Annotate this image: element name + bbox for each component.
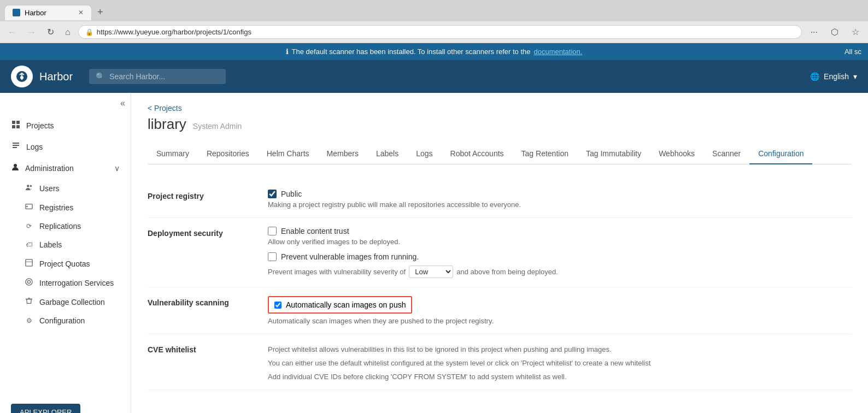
logs-icon — [11, 141, 21, 152]
project-registry-label: Project registry — [148, 190, 268, 200]
sidebar-administration-section[interactable]: Administration ∨ — [0, 157, 131, 179]
browser-tab-harbor[interactable]: Harbor ✕ — [4, 5, 92, 20]
auto-scan-checkbox[interactable] — [274, 302, 281, 309]
public-checkbox-row: Public — [268, 190, 852, 198]
public-description: Making a project registry public will ma… — [268, 200, 852, 209]
severity-dropdown[interactable]: Low Medium High Critical — [409, 266, 453, 278]
banner-text: The default scanner has been installed. … — [292, 48, 531, 56]
tab-summary[interactable]: Summary — [148, 144, 198, 164]
tab-robot-accounts[interactable]: Robot Accounts — [442, 144, 513, 164]
auto-scan-highlighted-container: Automatically scan images on push — [268, 296, 412, 314]
browser-chrome: Harbor ✕ + ← → ↻ ⌂ 🔒 https://www.lyueyue… — [0, 0, 868, 43]
interrogation-icon — [24, 278, 34, 287]
svg-point-11 — [30, 185, 32, 187]
public-checkbox[interactable] — [268, 190, 277, 198]
info-icon: ℹ — [286, 48, 289, 56]
content-trust-checkbox[interactable] — [268, 227, 277, 235]
svg-rect-5 — [16, 125, 20, 128]
header-language-selector[interactable]: 🌐 English ▾ — [810, 72, 857, 81]
svg-rect-4 — [12, 125, 15, 128]
tab-close-button[interactable]: ✕ — [78, 9, 84, 16]
svg-rect-7 — [13, 145, 19, 146]
replications-icon: ⟳ — [24, 222, 34, 230]
sidebar-item-projects[interactable]: Projects — [0, 115, 131, 136]
main-layout: « Projects Logs Administration ∨ — [0, 93, 868, 413]
sidebar-item-interrogation-services[interactable]: Interrogation Services — [0, 273, 131, 292]
forward-button[interactable]: → — [24, 25, 39, 39]
cve-desc-2: You can either use the default whitelist… — [268, 359, 852, 367]
all-sc-button[interactable]: All sc — [838, 43, 868, 60]
tab-webhooks[interactable]: Webhooks — [650, 144, 703, 164]
tab-members[interactable]: Members — [318, 144, 367, 164]
cve-whitelist-content: Project whitelist allows vulnerabilities… — [268, 343, 852, 381]
tab-labels[interactable]: Labels — [367, 144, 407, 164]
prevent-checkbox[interactable] — [268, 252, 277, 261]
prevent-desc-suffix: and above from being deployed. — [456, 268, 558, 276]
browser-menu-button[interactable]: ··· — [806, 25, 822, 39]
documentation-link[interactable]: documentation. — [534, 48, 583, 56]
administration-expand-icon: ∨ — [114, 164, 120, 173]
sidebar: « Projects Logs Administration ∨ — [0, 93, 131, 413]
harbor-logo-icon — [11, 66, 33, 87]
header-search[interactable]: 🔍 — [89, 69, 226, 84]
config-row-project-registry: Project registry Public Making a project… — [148, 181, 852, 218]
administration-label: Administration — [25, 164, 74, 173]
svg-rect-2 — [12, 121, 15, 124]
app-title: Harbor — [39, 70, 73, 83]
sidebar-nav: Projects Logs Administration ∨ Users — [0, 93, 131, 330]
pocket-button[interactable]: ⬡ — [826, 25, 843, 39]
svg-point-13 — [26, 206, 28, 208]
svg-rect-6 — [13, 143, 19, 144]
globe-icon: 🌐 — [810, 72, 819, 81]
sidebar-item-labels[interactable]: 🏷 Labels — [0, 235, 131, 254]
content-trust-label[interactable]: Enable content trust — [281, 227, 349, 235]
sidebar-collapse-button[interactable]: « — [120, 98, 125, 108]
sidebar-item-project-quotas-label: Project Quotas — [39, 259, 90, 268]
config-row-deployment-security: Deployment security Enable content trust… — [148, 218, 852, 287]
tab-repositories[interactable]: Repositories — [198, 144, 258, 164]
page-title: library — [148, 116, 186, 133]
sidebar-item-garbage-collection[interactable]: Garbage Collection — [0, 292, 131, 311]
sidebar-item-registries[interactable]: Registries — [0, 198, 131, 217]
new-tab-button[interactable]: + — [92, 3, 109, 21]
sidebar-item-replications-label: Replications — [39, 222, 81, 231]
sidebar-item-project-quotas[interactable]: Project Quotas — [0, 254, 131, 273]
sidebar-item-configuration[interactable]: ⚙ Configuration — [0, 311, 131, 330]
home-button[interactable]: ⌂ — [62, 25, 74, 39]
tab-configuration[interactable]: Configuration — [749, 144, 812, 164]
search-input[interactable] — [109, 72, 219, 81]
sidebar-item-replications[interactable]: ⟳ Replications — [0, 217, 131, 235]
search-icon: 🔍 — [96, 72, 105, 81]
tab-logs[interactable]: Logs — [407, 144, 441, 164]
auto-scan-description: Automatically scan images when they are … — [268, 317, 852, 325]
back-button[interactable]: ← — [4, 25, 20, 39]
tab-label: Harbor — [25, 9, 46, 17]
api-explorer-button[interactable]: API EXPLORER — [11, 404, 80, 413]
vulnerability-scanning-content: Automatically scan images on push Automa… — [268, 296, 852, 325]
svg-point-17 — [27, 280, 30, 283]
sidebar-item-labels-label: Labels — [39, 240, 62, 249]
tab-favicon — [13, 9, 20, 16]
address-bar[interactable]: 🔒 https://www.lyueyue.org/harbor/project… — [78, 25, 802, 39]
sidebar-item-projects-label: Projects — [26, 121, 54, 130]
breadcrumb[interactable]: Projects — [148, 104, 852, 113]
project-quotas-icon — [24, 259, 34, 268]
svg-rect-14 — [26, 259, 32, 266]
refresh-button[interactable]: ↻ — [44, 25, 57, 39]
labels-icon: 🏷 — [24, 241, 34, 249]
prevent-desc-row: Prevent images with vulnerability severi… — [268, 266, 852, 278]
auto-scan-label[interactable]: Automatically scan images on push — [286, 300, 406, 309]
configuration-icon: ⚙ — [24, 317, 34, 324]
public-label[interactable]: Public — [281, 190, 302, 198]
sidebar-item-logs[interactable]: Logs — [0, 136, 131, 157]
tab-helm-charts[interactable]: Helm Charts — [258, 144, 318, 164]
tab-tag-retention[interactable]: Tag Retention — [513, 144, 577, 164]
sidebar-item-users[interactable]: Users — [0, 179, 131, 198]
url-text: https://www.lyueyue.org/harbor/projects/… — [97, 28, 795, 36]
administration-icon — [11, 163, 20, 173]
bookmark-button[interactable]: ☆ — [847, 25, 864, 39]
tab-scanner[interactable]: Scanner — [703, 144, 749, 164]
content-inner: Projects library System Admin Summary Re… — [131, 93, 868, 413]
prevent-label[interactable]: Prevent vulnerable images from running. — [281, 252, 419, 261]
tab-tag-immutability[interactable]: Tag Immutability — [577, 144, 650, 164]
